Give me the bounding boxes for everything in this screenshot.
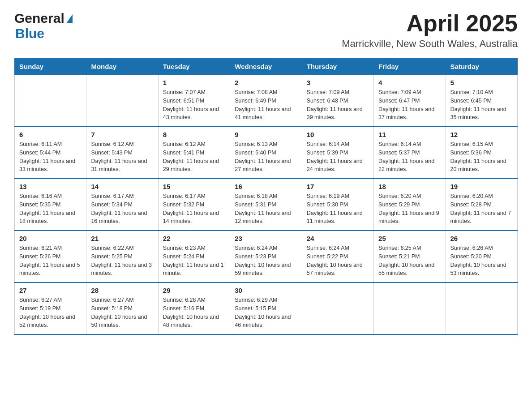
day-number: 9 <box>235 131 297 138</box>
calendar-cell: 12Sunrise: 6:15 AMSunset: 5:36 PMDayligh… <box>446 127 517 179</box>
calendar-cell: 14Sunrise: 6:17 AMSunset: 5:34 PMDayligh… <box>86 179 158 231</box>
day-number: 26 <box>450 235 513 242</box>
calendar-cell: 30Sunrise: 6:29 AMSunset: 5:15 PMDayligh… <box>230 283 302 334</box>
calendar-cell: 25Sunrise: 6:25 AMSunset: 5:21 PMDayligh… <box>374 231 446 283</box>
day-number: 12 <box>450 131 513 138</box>
calendar-header-sunday: Sunday <box>15 58 86 75</box>
day-detail: Sunrise: 6:29 AMSunset: 5:15 PMDaylight:… <box>235 296 297 330</box>
calendar-week-row: 6Sunrise: 6:11 AMSunset: 5:44 PMDaylight… <box>15 127 518 179</box>
day-number: 22 <box>163 235 225 242</box>
day-detail: Sunrise: 6:19 AMSunset: 5:30 PMDaylight:… <box>307 192 369 226</box>
day-detail: Sunrise: 7:09 AMSunset: 6:47 PMDaylight:… <box>378 88 441 122</box>
page-subtitle: Marrickville, New South Wales, Australia <box>342 38 518 50</box>
day-number: 16 <box>235 183 297 190</box>
day-number: 14 <box>91 183 153 190</box>
day-number: 7 <box>91 131 153 138</box>
calendar-header-row: SundayMondayTuesdayWednesdayThursdayFrid… <box>15 58 518 75</box>
logo: General Blue <box>14 11 73 41</box>
calendar-cell: 11Sunrise: 6:14 AMSunset: 5:37 PMDayligh… <box>374 127 446 179</box>
day-number: 27 <box>19 287 82 294</box>
calendar-cell: 20Sunrise: 6:21 AMSunset: 5:26 PMDayligh… <box>15 231 86 283</box>
day-detail: Sunrise: 6:25 AMSunset: 5:21 PMDaylight:… <box>378 244 441 278</box>
calendar-cell: 28Sunrise: 6:27 AMSunset: 5:18 PMDayligh… <box>86 283 158 334</box>
day-number: 5 <box>450 79 513 86</box>
page-title: April 2025 <box>342 11 518 36</box>
calendar-cell: 6Sunrise: 6:11 AMSunset: 5:44 PMDaylight… <box>15 127 86 179</box>
day-number: 17 <box>307 183 369 190</box>
calendar-cell <box>374 283 446 334</box>
day-detail: Sunrise: 6:14 AMSunset: 5:39 PMDaylight:… <box>307 140 369 174</box>
calendar-cell <box>446 283 517 334</box>
calendar-cell: 22Sunrise: 6:23 AMSunset: 5:24 PMDayligh… <box>158 231 230 283</box>
calendar-cell: 29Sunrise: 6:28 AMSunset: 5:16 PMDayligh… <box>158 283 230 334</box>
calendar-cell <box>15 75 86 127</box>
calendar-cell: 27Sunrise: 6:27 AMSunset: 5:19 PMDayligh… <box>15 283 86 334</box>
day-number: 28 <box>91 287 153 294</box>
day-number: 20 <box>19 235 82 242</box>
day-detail: Sunrise: 6:21 AMSunset: 5:26 PMDaylight:… <box>19 244 82 278</box>
day-detail: Sunrise: 6:20 AMSunset: 5:29 PMDaylight:… <box>378 192 441 226</box>
day-number: 2 <box>235 79 297 86</box>
calendar-week-row: 20Sunrise: 6:21 AMSunset: 5:26 PMDayligh… <box>15 231 518 283</box>
calendar-cell: 18Sunrise: 6:20 AMSunset: 5:29 PMDayligh… <box>374 179 446 231</box>
day-detail: Sunrise: 6:24 AMSunset: 5:22 PMDaylight:… <box>307 244 369 278</box>
day-detail: Sunrise: 6:27 AMSunset: 5:18 PMDaylight:… <box>91 296 153 330</box>
calendar-cell: 13Sunrise: 6:16 AMSunset: 5:35 PMDayligh… <box>15 179 86 231</box>
day-detail: Sunrise: 6:15 AMSunset: 5:36 PMDaylight:… <box>450 140 513 174</box>
day-number: 23 <box>235 235 297 242</box>
day-detail: Sunrise: 6:18 AMSunset: 5:31 PMDaylight:… <box>235 192 297 226</box>
day-number: 18 <box>378 183 441 190</box>
calendar-cell: 4Sunrise: 7:09 AMSunset: 6:47 PMDaylight… <box>374 75 446 127</box>
calendar-week-row: 1Sunrise: 7:07 AMSunset: 6:51 PMDaylight… <box>15 75 518 127</box>
day-number: 24 <box>307 235 369 242</box>
calendar-cell: 8Sunrise: 6:12 AMSunset: 5:41 PMDaylight… <box>158 127 230 179</box>
day-detail: Sunrise: 7:09 AMSunset: 6:48 PMDaylight:… <box>307 88 369 122</box>
logo-triangle <box>66 14 73 23</box>
day-detail: Sunrise: 6:12 AMSunset: 5:43 PMDaylight:… <box>91 140 153 174</box>
calendar-cell: 5Sunrise: 7:10 AMSunset: 6:45 PMDaylight… <box>446 75 517 127</box>
day-detail: Sunrise: 6:11 AMSunset: 5:44 PMDaylight:… <box>19 140 82 174</box>
day-detail: Sunrise: 7:07 AMSunset: 6:51 PMDaylight:… <box>163 88 225 122</box>
day-detail: Sunrise: 6:28 AMSunset: 5:16 PMDaylight:… <box>163 296 225 330</box>
calendar-cell: 3Sunrise: 7:09 AMSunset: 6:48 PMDaylight… <box>302 75 373 127</box>
day-detail: Sunrise: 6:24 AMSunset: 5:23 PMDaylight:… <box>235 244 297 278</box>
day-number: 21 <box>91 235 153 242</box>
calendar-cell: 7Sunrise: 6:12 AMSunset: 5:43 PMDaylight… <box>86 127 158 179</box>
calendar-cell: 19Sunrise: 6:20 AMSunset: 5:28 PMDayligh… <box>446 179 517 231</box>
calendar-cell: 2Sunrise: 7:08 AMSunset: 6:49 PMDaylight… <box>230 75 302 127</box>
calendar-cell: 9Sunrise: 6:13 AMSunset: 5:40 PMDaylight… <box>230 127 302 179</box>
day-number: 11 <box>378 131 441 138</box>
calendar-cell: 26Sunrise: 6:26 AMSunset: 5:20 PMDayligh… <box>446 231 517 283</box>
day-number: 15 <box>163 183 225 190</box>
day-number: 8 <box>163 131 225 138</box>
day-number: 19 <box>450 183 513 190</box>
day-number: 13 <box>19 183 82 190</box>
calendar-cell: 1Sunrise: 7:07 AMSunset: 6:51 PMDaylight… <box>158 75 230 127</box>
calendar-header-monday: Monday <box>86 58 158 75</box>
day-number: 1 <box>163 79 225 86</box>
calendar-header-saturday: Saturday <box>446 58 517 75</box>
title-block: April 2025 Marrickville, New South Wales… <box>342 11 518 50</box>
calendar-cell: 24Sunrise: 6:24 AMSunset: 5:22 PMDayligh… <box>302 231 373 283</box>
day-detail: Sunrise: 6:20 AMSunset: 5:28 PMDaylight:… <box>450 192 513 226</box>
day-number: 6 <box>19 131 82 138</box>
calendar-cell: 10Sunrise: 6:14 AMSunset: 5:39 PMDayligh… <box>302 127 373 179</box>
calendar-header-tuesday: Tuesday <box>158 58 230 75</box>
day-detail: Sunrise: 6:26 AMSunset: 5:20 PMDaylight:… <box>450 244 513 278</box>
day-detail: Sunrise: 7:10 AMSunset: 6:45 PMDaylight:… <box>450 88 513 122</box>
day-number: 10 <box>307 131 369 138</box>
day-detail: Sunrise: 6:23 AMSunset: 5:24 PMDaylight:… <box>163 244 225 278</box>
calendar-cell: 21Sunrise: 6:22 AMSunset: 5:25 PMDayligh… <box>86 231 158 283</box>
day-number: 4 <box>378 79 441 86</box>
calendar-cell <box>302 283 373 334</box>
day-detail: Sunrise: 6:17 AMSunset: 5:34 PMDaylight:… <box>91 192 153 226</box>
day-detail: Sunrise: 6:27 AMSunset: 5:19 PMDaylight:… <box>19 296 82 330</box>
logo-blue: Blue <box>15 26 44 41</box>
day-detail: Sunrise: 7:08 AMSunset: 6:49 PMDaylight:… <box>235 88 297 122</box>
logo-general: General <box>14 11 64 26</box>
day-number: 29 <box>163 287 225 294</box>
day-detail: Sunrise: 6:13 AMSunset: 5:40 PMDaylight:… <box>235 140 297 174</box>
calendar-week-row: 13Sunrise: 6:16 AMSunset: 5:35 PMDayligh… <box>15 179 518 231</box>
calendar-header-wednesday: Wednesday <box>230 58 302 75</box>
day-detail: Sunrise: 6:17 AMSunset: 5:32 PMDaylight:… <box>163 192 225 226</box>
